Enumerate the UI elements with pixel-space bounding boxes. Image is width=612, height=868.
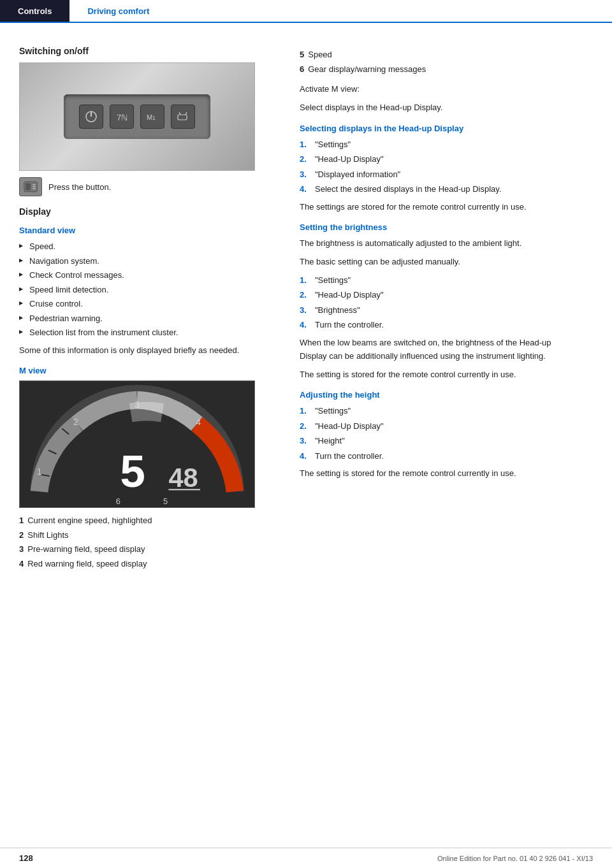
standard-view-note: Some of this information is only display… <box>19 344 280 358</box>
list-item: Speed limit detection. <box>19 284 280 296</box>
footer: 128 Online Edition for Part no. 01 40 2 … <box>0 848 612 868</box>
tab-driving-comfort[interactable]: Driving comfort <box>69 0 167 22</box>
height-steps: 1. "Settings" 2. "Head-Up Display" 3. "H… <box>300 405 561 462</box>
items-5-6: 5 Speed 6 Gear display/warning messages <box>300 48 561 75</box>
svg-text:2: 2 <box>73 417 78 428</box>
svg-text:5: 5 <box>120 446 145 497</box>
list-item: Check Control messages. <box>19 269 280 282</box>
m-view-item-3: 3 Pre-warning field, speed display <box>19 543 280 556</box>
height-step-4: 4. Turn the controller. <box>300 450 561 463</box>
svg-text:5: 5 <box>163 496 168 506</box>
gauge-svg: 1 2 3 4 5 48 6 5 <box>20 381 254 507</box>
brightness-p1: The brightness is automatically adjusted… <box>300 237 561 250</box>
display-title: Display <box>19 206 280 217</box>
press-button-text: Press the button. <box>48 182 111 192</box>
selecting-note: The settings are stored for the remote c… <box>300 201 561 214</box>
press-btn-icon <box>19 177 42 196</box>
list-item: Cruise control. <box>19 298 280 310</box>
press-button-row: Press the button. <box>19 177 280 196</box>
list-item: Pedestrian warning. <box>19 312 280 325</box>
svg-text:1: 1 <box>37 467 42 477</box>
list-item: Speed. <box>19 240 280 253</box>
header-tabs: Controls Driving comfort <box>0 0 612 23</box>
selecting-step-4: 4. Select the desired displays in the He… <box>300 183 561 196</box>
brightness-note2: The setting is stored for the remote con… <box>300 368 561 382</box>
m-view-item-4: 4 Red warning field, speed display <box>19 558 280 570</box>
svg-text:6: 6 <box>116 496 120 506</box>
list-item: Selection list from the instrument clust… <box>19 326 280 339</box>
activate-label: Activate M view: <box>300 83 561 96</box>
brightness-steps: 1. "Settings" 2. "Head-Up Display" 3. "B… <box>300 274 561 331</box>
brightness-p2: The basic setting can be adjusted manual… <box>300 256 561 269</box>
svg-text:48: 48 <box>169 463 198 493</box>
standard-view-title: Standard view <box>19 226 280 235</box>
switching-title: Switching on/off <box>19 46 280 56</box>
button-icon-3: M1 <box>140 105 164 129</box>
svg-text:7ℕ: 7ℕ <box>117 113 127 122</box>
selecting-steps: 1. "Settings" 2. "Head-Up Display" 3. "D… <box>300 138 561 196</box>
brightness-title: Setting the brightness <box>300 222 561 232</box>
activate-text: Select displays in the Head-up Display. <box>300 101 561 115</box>
svg-rect-5 <box>178 115 187 120</box>
svg-text:M: M <box>147 113 152 121</box>
selecting-title: Selecting displays in the Head-up Displa… <box>300 124 561 133</box>
m-view-items: 1 Current engine speed, highlighted 2 Sh… <box>19 514 280 570</box>
svg-line-7 <box>186 112 187 115</box>
m-view-item-2: 2 Shift Lights <box>19 529 280 542</box>
selecting-step-2: 2. "Head-Up Display" <box>300 153 561 166</box>
right-item-6: 6 Gear display/warning messages <box>300 63 561 76</box>
left-column: Switching on/off 7ℕ M1 <box>19 36 280 579</box>
m-view-item-1: 1 Current engine speed, highlighted <box>19 514 280 527</box>
switching-image: 7ℕ M1 <box>19 62 255 171</box>
brightness-step-2: 2. "Head-Up Display" <box>300 289 561 301</box>
right-column: 5 Speed 6 Gear display/warning messages … <box>300 36 561 579</box>
brightness-step-4: 4. Turn the controller. <box>300 319 561 331</box>
button-icon-1 <box>79 105 103 129</box>
m-view-title: M view <box>19 366 280 375</box>
svg-text:1: 1 <box>152 115 156 121</box>
edition-text: Online Edition for Part no. 01 40 2 926 … <box>437 855 593 862</box>
svg-text:4: 4 <box>196 417 201 428</box>
height-step-1: 1. "Settings" <box>300 405 561 417</box>
button-icon-2: 7ℕ <box>110 105 134 129</box>
selecting-step-1: 1. "Settings" <box>300 138 561 151</box>
switching-image-inner: 7ℕ M1 <box>20 63 254 170</box>
standard-view-list: Speed. Navigation system. Check Control … <box>19 240 280 339</box>
button-icon-4 <box>171 105 195 129</box>
main-content: Switching on/off 7ℕ M1 <box>0 23 612 591</box>
svg-line-6 <box>179 112 180 115</box>
brightness-step-1: 1. "Settings" <box>300 274 561 287</box>
svg-line-14 <box>40 500 48 500</box>
list-item: Navigation system. <box>19 255 280 268</box>
page-number: 128 <box>19 853 33 863</box>
selecting-step-3: 3. "Displayed information" <box>300 168 561 181</box>
height-title: Adjusting the height <box>300 390 561 400</box>
brightness-step-3: 3. "Brightness" <box>300 304 561 317</box>
height-note: The setting is stored for the remote con… <box>300 467 561 481</box>
m-view-image: 1 2 3 4 5 48 6 5 <box>19 380 255 508</box>
brightness-note: When the low beams are switched on, the … <box>300 336 561 363</box>
right-item-5: 5 Speed <box>300 48 561 61</box>
tab-controls[interactable]: Controls <box>0 0 69 22</box>
height-step-3: 3. "Height" <box>300 435 561 447</box>
svg-rect-9 <box>26 184 31 191</box>
height-step-2: 2. "Head-Up Display" <box>300 420 561 433</box>
